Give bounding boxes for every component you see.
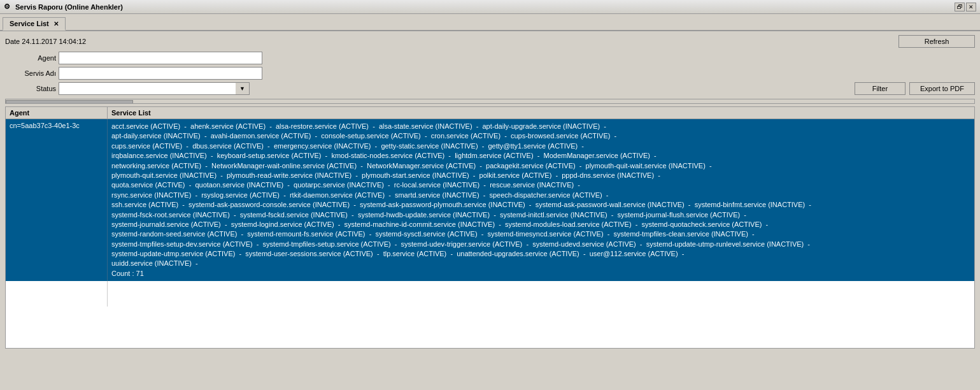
refresh-button[interactable]: Refresh — [898, 35, 975, 48]
status-select-wrapper: ACTIVE INACTIVE ▼ — [59, 82, 250, 95]
status-select[interactable]: ACTIVE INACTIVE — [59, 82, 250, 95]
form-area: Agent Servis Adı Status ACTIVE INACTIVE … — [5, 52, 975, 95]
table-body[interactable]: cn=5aab37c3-40e1-3cacct.service (ACTIVE)… — [6, 119, 974, 345]
window-controls: 🗗 ✕ — [955, 3, 976, 11]
agent-row: Agent — [5, 52, 975, 64]
empty-agent-cell — [6, 294, 108, 307]
col-service-header: Service List — [108, 107, 974, 119]
agent-label: Agent — [5, 54, 56, 62]
service-name-row: Servis Adı — [5, 67, 975, 80]
cell-agent: cn=5aab37c3-40e1-3c — [6, 119, 108, 281]
window-title: Servis Raporu (Online Ahenkler) — [15, 3, 955, 11]
empty-service-cell — [108, 294, 974, 307]
export-button[interactable]: Export to PDF — [909, 82, 975, 95]
data-table: Agent Service List cn=5aab37c3-40e1-3cac… — [5, 106, 975, 349]
content-area: Date 24.11.2017 14:04:12 Refresh Agent S… — [0, 31, 980, 352]
select-dropdown-arrow[interactable]: ▼ — [236, 82, 250, 95]
app-icon: ⚙ — [4, 3, 13, 11]
main-container: Service List ✕ Date 24.11.2017 14:04:12 … — [0, 14, 980, 390]
table-header: Agent Service List — [6, 107, 974, 119]
cell-service: acct.service (ACTIVE) - ahenk.service (A… — [108, 119, 974, 281]
empty-row — [6, 294, 974, 307]
scrollbar-thumb[interactable] — [6, 100, 133, 104]
status-row: Status ACTIVE INACTIVE ▼ Filter Export t… — [5, 82, 975, 95]
tab-bar: Service List ✕ — [0, 14, 980, 31]
tab-label: Service List — [10, 20, 49, 27]
agent-input[interactable] — [59, 52, 262, 64]
horizontal-scrollbar[interactable] — [5, 99, 975, 104]
close-button[interactable]: ✕ — [966, 3, 976, 11]
date-label: Date 24.11.2017 14:04:12 — [5, 38, 86, 45]
col-agent-header: Agent — [6, 107, 108, 119]
tab-service-list[interactable]: Service List ✕ — [3, 17, 66, 31]
tab-close-icon[interactable]: ✕ — [53, 20, 59, 27]
empty-agent-cell — [6, 281, 108, 294]
empty-row — [6, 281, 974, 294]
restore-button[interactable]: 🗗 — [955, 3, 965, 11]
table-row[interactable]: cn=5aab37c3-40e1-3cacct.service (ACTIVE)… — [6, 119, 974, 281]
service-name-label: Servis Adı — [5, 69, 56, 77]
filter-button[interactable]: Filter — [855, 82, 905, 95]
service-name-input[interactable] — [59, 67, 262, 80]
title-bar: ⚙ Servis Raporu (Online Ahenkler) 🗗 ✕ — [0, 0, 980, 14]
empty-service-cell — [108, 281, 974, 294]
toolbar-row: Date 24.11.2017 14:04:12 Refresh — [5, 35, 975, 48]
status-label: Status — [5, 85, 56, 92]
